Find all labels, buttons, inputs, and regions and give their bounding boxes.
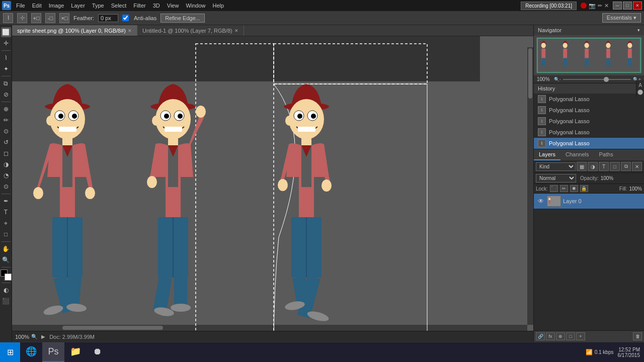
start-button[interactable]: ⊞ xyxy=(0,342,20,363)
layers-tool-type[interactable]: T xyxy=(599,162,609,171)
tab-layers[interactable]: Layers xyxy=(534,149,560,160)
minimize-button[interactable]: ─ xyxy=(613,2,622,10)
play-button[interactable]: ▶ xyxy=(41,334,45,339)
essentials-button[interactable]: Essentials ▾ xyxy=(602,13,641,23)
refine-edge-button[interactable]: Refine Edge... xyxy=(160,14,205,23)
layer-row-0[interactable]: 👁 Layer 0 xyxy=(534,194,644,209)
lasso-tool[interactable]: ⌇ xyxy=(1,53,11,63)
new-fill-button[interactable]: ⊕ xyxy=(556,332,565,340)
dodge-tool[interactable]: ⊙ xyxy=(1,182,11,192)
intersect-icon[interactable]: ×□ xyxy=(59,13,69,23)
tab-paths[interactable]: Paths xyxy=(594,149,618,160)
lasso-tool-icon[interactable]: ⌇ xyxy=(3,13,13,23)
stamp-tool[interactable]: ⊙ xyxy=(1,126,11,136)
menu-select[interactable]: Select xyxy=(108,2,130,10)
eraser-tool[interactable]: ◻ xyxy=(1,148,11,158)
zoom-out-icon[interactable]: 🔍- xyxy=(554,77,561,82)
feather-input[interactable] xyxy=(98,14,118,22)
lock-image-icon[interactable]: ✏ xyxy=(560,185,568,192)
navigator-collapse-icon[interactable]: ▾ xyxy=(637,28,640,33)
layer-visibility-toggle[interactable]: 👁 xyxy=(537,197,545,205)
gradient-tool[interactable]: ◑ xyxy=(1,159,11,169)
brush-tool[interactable]: ✏ xyxy=(1,115,11,125)
layer-mode-dropdown[interactable]: Normal xyxy=(536,174,576,183)
record-dot[interactable] xyxy=(581,3,587,9)
new-group-button[interactable]: □ xyxy=(566,332,575,340)
link-layers-button[interactable]: 🔗 xyxy=(536,332,545,340)
close-tab-untitled[interactable]: ✕ xyxy=(234,28,238,33)
navigator-header[interactable]: Navigator ▾ xyxy=(534,25,644,35)
horizontal-scrollbar[interactable] xyxy=(12,325,527,331)
navigator-zoom-slider[interactable] xyxy=(563,79,631,80)
layers-tool-toggle[interactable]: ✕ xyxy=(632,162,642,171)
background-color[interactable] xyxy=(5,274,12,281)
blur-tool[interactable]: ◔ xyxy=(1,170,11,180)
canvas-tab-spritesheet[interactable]: sprite sheet.png @ 100% (Layer 0, RGB/8#… xyxy=(12,25,137,36)
canvas-wrapper[interactable] xyxy=(12,36,533,331)
menu-window[interactable]: Window xyxy=(183,2,208,10)
pen-tool[interactable]: ✒ xyxy=(1,196,11,206)
menu-image[interactable]: Image xyxy=(46,2,67,10)
history-item-1[interactable]: ⌇ Polygonal Lasso xyxy=(534,94,644,105)
move-tool[interactable]: ✛ xyxy=(1,38,11,48)
panel-color-icon[interactable]: ⬤ xyxy=(637,89,643,95)
add-icon[interactable]: +□ xyxy=(31,13,41,23)
layers-tool-filter[interactable]: ▦ xyxy=(577,162,587,171)
type-tool[interactable]: T xyxy=(1,207,11,217)
shape-tool[interactable]: □ xyxy=(1,229,11,239)
foreground-background-colors[interactable] xyxy=(1,269,12,281)
menu-help[interactable]: Help xyxy=(210,2,227,10)
camera-icon[interactable]: 📷 xyxy=(589,3,596,9)
panel-collapse-icon[interactable]: A xyxy=(638,82,642,88)
vertical-scrollbar[interactable] xyxy=(527,47,533,325)
menu-3d[interactable]: 3D xyxy=(150,2,163,10)
zoom-icon[interactable]: 🔍 xyxy=(31,334,37,339)
lock-position-icon[interactable]: ✱ xyxy=(570,185,578,192)
layers-kind-dropdown[interactable]: Kind xyxy=(536,162,576,171)
menu-layer[interactable]: Layer xyxy=(68,2,88,10)
taskbar-chrome[interactable]: 🌐 xyxy=(20,342,42,363)
close-tab-spritesheet[interactable]: ✕ xyxy=(128,28,132,33)
hand-tool[interactable]: ✋ xyxy=(1,244,11,254)
history-item-4[interactable]: ⌇ Polygonal Lasso xyxy=(534,127,644,138)
menu-edit[interactable]: Edit xyxy=(29,2,45,10)
close-recording-icon[interactable]: ✕ xyxy=(604,3,609,9)
canvas-tab-untitled[interactable]: Untitled-1 @ 100% (Layer 7, RGB/8) ✕ xyxy=(137,25,244,36)
eyedropper-tool[interactable]: ⊘ xyxy=(1,89,11,100)
history-brush-tool[interactable]: ↺ xyxy=(1,137,11,147)
history-item-5[interactable]: ⌇ Polygonal Lasso xyxy=(534,138,644,149)
history-item-2[interactable]: ⌇ Polygonal Lasso xyxy=(534,105,644,116)
taskbar-explorer[interactable]: 📁 xyxy=(64,342,87,363)
lock-all-icon[interactable]: 🔒 xyxy=(580,185,588,192)
zoom-tool[interactable]: 🔍 xyxy=(1,255,11,265)
delete-layer-button[interactable]: 🗑 xyxy=(633,332,642,340)
close-button[interactable]: ✕ xyxy=(633,2,642,10)
history-item-3[interactable]: ⌇ Polygonal Lasso xyxy=(534,116,644,127)
lock-transparent-icon[interactable]: ⬛ xyxy=(550,185,558,192)
move-tool-icon[interactable]: ⊹ xyxy=(17,13,27,23)
healing-tool[interactable]: ⊕ xyxy=(1,104,11,114)
magic-wand-tool[interactable]: ✦ xyxy=(1,64,11,74)
history-header[interactable]: History ▾ xyxy=(534,83,644,94)
taskbar-photoshop[interactable]: Ps xyxy=(42,342,64,363)
menu-type[interactable]: Type xyxy=(89,2,107,10)
vertical-scroll-thumb[interactable] xyxy=(528,48,532,99)
brush-icon[interactable]: ✏ xyxy=(598,3,602,9)
layer-fx-button[interactable]: fx xyxy=(546,332,555,340)
selection-tool[interactable]: ⬜ xyxy=(1,27,11,37)
screen-mode-tool[interactable]: ⬛ xyxy=(1,296,11,306)
crop-tool[interactable]: ⧉ xyxy=(1,78,11,88)
menu-filter[interactable]: Filter xyxy=(130,2,148,10)
path-tool[interactable]: ⌖ xyxy=(1,218,11,228)
anti-alias-checkbox[interactable] xyxy=(122,15,129,21)
maximize-button[interactable]: □ xyxy=(623,2,632,10)
horizontal-scroll-thumb[interactable] xyxy=(62,326,163,330)
layers-tool-shape[interactable]: □ xyxy=(610,162,620,171)
tab-channels[interactable]: Channels xyxy=(560,149,594,160)
layers-tool-adjustment[interactable]: ◑ xyxy=(588,162,598,171)
quick-mask-tool[interactable]: ◐ xyxy=(1,285,11,295)
new-layer-button[interactable]: + xyxy=(576,332,585,340)
taskbar-record[interactable]: ⏺ xyxy=(87,342,109,363)
menu-view[interactable]: View xyxy=(164,2,182,10)
navigator-zoom-handle[interactable] xyxy=(604,77,609,82)
